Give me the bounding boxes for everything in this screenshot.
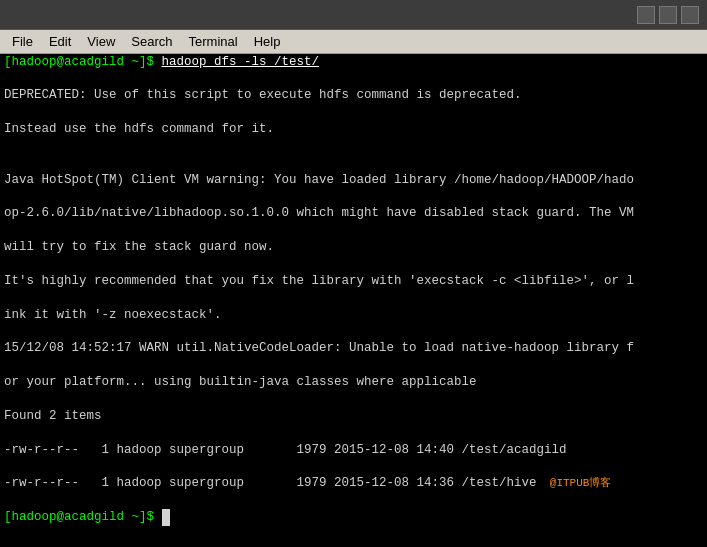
- terminal-line: [hadoop@acadgild ~]$: [4, 509, 703, 526]
- terminal-line: Instead use the hdfs command for it.: [4, 121, 703, 138]
- menu-edit[interactable]: Edit: [41, 32, 79, 51]
- terminal-line: [hadoop@acadgild ~]$ hadoop dfs -ls /tes…: [4, 54, 703, 70]
- terminal-line: -rw-r--r-- 1 hadoop supergroup 1979 2015…: [4, 442, 703, 459]
- found-items-text: Found 2 items: [4, 409, 102, 423]
- menu-terminal[interactable]: Terminal: [181, 32, 246, 51]
- terminal-line: or your platform... using builtin-java c…: [4, 374, 703, 391]
- final-prompt: [hadoop@acadgild ~]$: [4, 510, 162, 524]
- minimize-button[interactable]: [637, 6, 655, 24]
- terminal-line: 15/12/08 14:52:17 WARN util.NativeCodeLo…: [4, 340, 703, 357]
- file-listing: -rw-r--r-- 1 hadoop supergroup 1979 2015…: [4, 443, 567, 457]
- terminal-line: Java HotSpot(TM) Client VM warning: You …: [4, 172, 703, 189]
- menu-bar: File Edit View Search Terminal Help: [0, 30, 707, 54]
- terminal-area[interactable]: [hadoop@acadgild ~]$ hadoop dfs -rm /tes…: [0, 54, 707, 547]
- window-controls: [637, 6, 699, 24]
- terminal-line: -rw-r--r-- 1 hadoop supergroup 1979 2015…: [4, 475, 703, 492]
- file-listing: -rw-r--r-- 1 hadoop supergroup 1979 2015…: [4, 476, 537, 490]
- terminal-line: DEPRECATED: Use of this script to execut…: [4, 87, 703, 104]
- watermark: @ITPUB博客: [537, 477, 612, 489]
- menu-file[interactable]: File: [4, 32, 41, 51]
- menu-help[interactable]: Help: [246, 32, 289, 51]
- terminal-line: ink it with '-z noexecstack'.: [4, 307, 703, 324]
- command-text: hadoop dfs -ls /test/: [162, 55, 320, 69]
- menu-view[interactable]: View: [79, 32, 123, 51]
- terminal-line: Found 2 items: [4, 408, 703, 425]
- terminal-line: will try to fix the stack guard now.: [4, 239, 703, 256]
- title-bar: [0, 0, 707, 30]
- menu-search[interactable]: Search: [123, 32, 180, 51]
- cursor: [162, 509, 170, 526]
- prompt: [hadoop@acadgild ~]$: [4, 55, 162, 69]
- maximize-button[interactable]: [659, 6, 677, 24]
- close-button[interactable]: [681, 6, 699, 24]
- terminal-line: It's highly recommended that you fix the…: [4, 273, 703, 290]
- terminal-line: op-2.6.0/lib/native/libhadoop.so.1.0.0 w…: [4, 205, 703, 222]
